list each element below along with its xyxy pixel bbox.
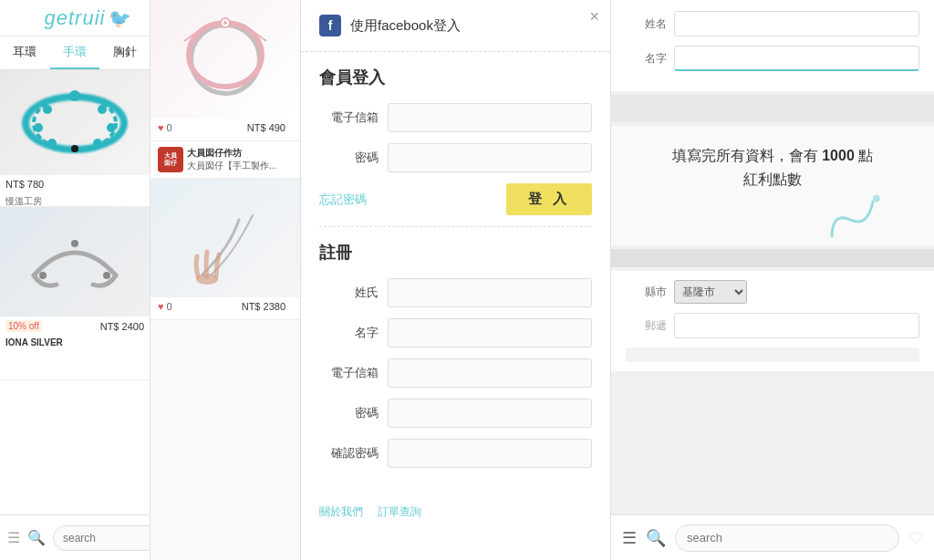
login-submit-button[interactable]: 登 入 — [506, 183, 592, 215]
blurred-row — [626, 347, 919, 362]
city-label: 縣市 — [626, 285, 667, 300]
facebook-login-label: 使用facebook登入 — [350, 17, 461, 35]
reg-password-label: 密碼 — [319, 405, 379, 421]
right-surname-label: 姓名 — [626, 16, 667, 32]
login-panel: × f 使用facebook登入 會員登入 電子信箱 密碼 忘記密碼 登 入 註… — [301, 0, 611, 560]
product-list: NT$ 780 慢溫工房 《慢溫天然石系列>C1... — [0, 70, 150, 514]
name-row: 名字 — [319, 318, 592, 347]
surname-field[interactable] — [388, 278, 592, 307]
right-firstname-row: 名字 — [626, 46, 919, 71]
product-image — [0, 70, 150, 175]
left-panel: getruii 🐦 耳環 手環 胸針 — [0, 0, 150, 560]
svg-point-11 — [103, 272, 110, 279]
list-item[interactable]: NT$ 780 慢溫工房 《慢溫天然石系列>C1... — [0, 70, 150, 207]
search-input[interactable] — [675, 524, 899, 552]
nav-earring[interactable]: 耳環 — [0, 36, 50, 69]
confirm-password-label: 確認密碼 — [319, 445, 379, 461]
name-label: 名字 — [319, 325, 379, 341]
order-link[interactable]: 訂單查詢 — [378, 504, 421, 520]
postal-field[interactable] — [674, 313, 919, 338]
svg-point-4 — [34, 123, 43, 132]
password-field[interactable] — [388, 143, 592, 172]
about-link[interactable]: 關於我們 — [319, 504, 363, 520]
confirm-password-field[interactable] — [388, 439, 592, 468]
svg-point-10 — [71, 240, 78, 247]
heart-icon[interactable]: ♡ — [908, 528, 923, 548]
shop-icon: 大員囡仔 — [158, 147, 183, 172]
svg-point-12 — [189, 23, 262, 87]
password-row: 密碼 — [319, 143, 592, 172]
search-icon[interactable]: 🔍 — [646, 528, 666, 548]
shop-badge[interactable]: 大員囡仔 大員囡仔作坊 大員囡仔【手工製作... — [150, 141, 300, 179]
left-footer: ☰ 🔍 ♡ — [0, 514, 150, 560]
right-form-section: 姓名 名字 — [611, 0, 934, 91]
svg-point-3 — [43, 105, 52, 114]
list-item[interactable]: ♥ 0 NT$ 2380 — [150, 179, 300, 320]
city-select[interactable]: 基隆市 台北市 新北市 桃園市 — [674, 280, 747, 304]
product-price: NT$ 2400 — [100, 321, 144, 332]
postal-label: 郵遞 — [626, 318, 667, 334]
bonus-section: 填寫完所有資料，會有 1000 點紅利點數 — [611, 126, 934, 245]
section-divider — [319, 226, 592, 227]
email-field[interactable] — [388, 103, 592, 132]
reg-password-field[interactable] — [388, 399, 592, 428]
list-item[interactable]: ♥ 0 NT$ 490 — [150, 0, 300, 141]
login-title: 會員登入 — [319, 67, 592, 88]
product-image — [0, 207, 150, 316]
menu-icon[interactable]: ☰ — [7, 529, 20, 546]
name-field[interactable] — [388, 318, 592, 347]
reg-email-label: 電子信箱 — [319, 365, 379, 381]
product-price: NT$ 2380 — [234, 301, 293, 316]
app-header: getruii 🐦 — [0, 0, 150, 36]
svg-point-14 — [223, 21, 227, 25]
reg-email-field[interactable] — [388, 358, 592, 388]
shop-info: 大員囡仔作坊 大員囡仔【手工製作... — [187, 147, 276, 172]
svg-point-5 — [107, 123, 116, 132]
reg-password-row: 密碼 — [319, 399, 592, 428]
product-image — [150, 179, 300, 297]
nav-bracelet[interactable]: 手環 — [50, 36, 100, 69]
shop-name: 慢溫工房 — [0, 193, 150, 207]
product-image — [150, 0, 300, 119]
right-surname-field[interactable] — [674, 11, 919, 36]
shop-name: IONA SILVER — [0, 336, 150, 349]
confirm-password-row: 確認密碼 — [319, 439, 592, 468]
bonus-points: 1000 — [822, 148, 855, 163]
right-form-section2: 縣市 基隆市 台北市 新北市 桃園市 郵遞 — [611, 271, 934, 371]
surname-label: 姓氏 — [319, 285, 379, 301]
product-info: ♥ 0 NT$ 490 — [150, 119, 300, 140]
product-discount: 10% off — [5, 320, 42, 332]
product-price: NT$ 780 — [5, 179, 44, 190]
facebook-login-button[interactable]: f 使用facebook登入 — [301, 0, 610, 52]
svg-point-2 — [98, 105, 107, 114]
search-icon[interactable]: 🔍 — [27, 529, 46, 546]
email-label: 電子信箱 — [319, 109, 379, 126]
product-price: NT$ 490 — [240, 122, 293, 137]
email-row: 電子信箱 — [319, 103, 592, 132]
right-firstname-field[interactable] — [674, 46, 919, 71]
search-input[interactable] — [53, 525, 150, 551]
squiggle-decoration — [814, 189, 897, 254]
right-name-row: 姓名 — [626, 11, 919, 36]
menu-icon[interactable]: ☰ — [622, 528, 637, 548]
right-firstname-label: 名字 — [626, 51, 667, 67]
postal-row: 郵遞 — [626, 313, 919, 338]
facebook-icon: f — [319, 15, 341, 36]
heart-count: ♥ 0 — [158, 122, 172, 137]
forgot-password-link[interactable]: 忘記密碼 — [319, 192, 367, 208]
city-row: 縣市 基隆市 台北市 新北市 桃園市 — [626, 280, 919, 304]
blurred-section-1 — [611, 95, 934, 122]
close-button[interactable]: × — [589, 7, 599, 26]
password-label: 密碼 — [319, 150, 379, 166]
bird-decoration: 🐦 — [109, 7, 131, 29]
heart-count: ♥ 0 — [158, 301, 172, 316]
svg-point-6 — [47, 139, 57, 148]
list-item[interactable]: 10% off NT$ 2400 IONA SILVER — [0, 207, 150, 380]
product-info: NT$ 780 — [0, 175, 150, 193]
right-footer: ☰ 🔍 ♡ — [611, 514, 934, 560]
nav-brooch[interactable]: 胸針 — [99, 36, 150, 69]
product-image-inner — [0, 70, 150, 175]
product-image-inner — [150, 179, 300, 297]
login-action-row: 忘記密碼 登 入 — [319, 183, 592, 215]
blurred-section-2 — [611, 249, 934, 267]
